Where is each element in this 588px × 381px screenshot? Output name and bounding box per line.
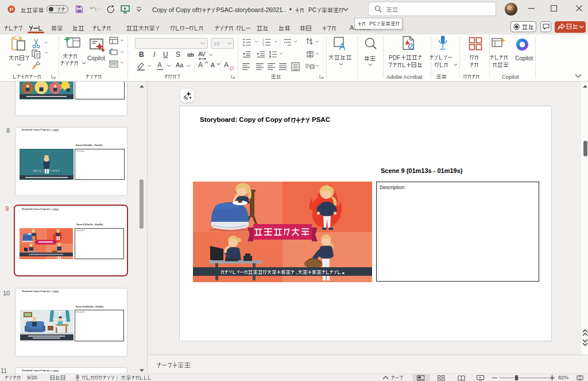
svg-text:P: P	[9, 6, 13, 13]
svg-text:A: A	[339, 41, 346, 51]
svg-text:A: A	[310, 38, 312, 42]
svg-text:3: 3	[262, 44, 264, 47]
